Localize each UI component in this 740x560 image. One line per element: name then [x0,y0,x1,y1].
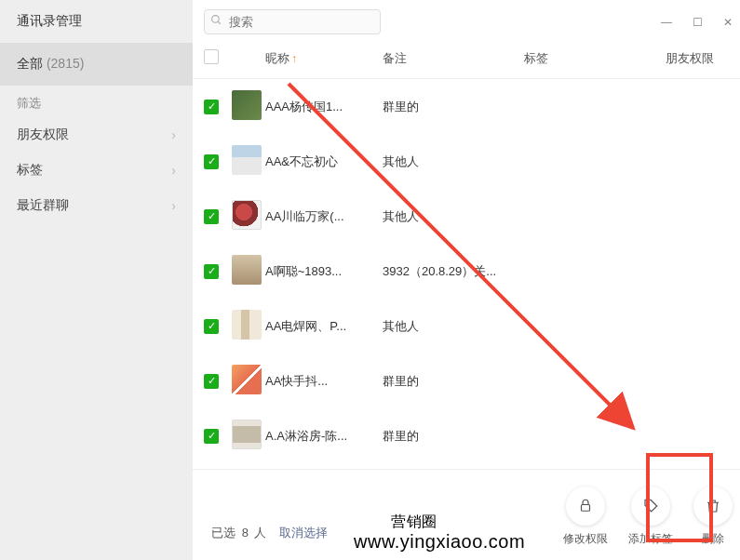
main-panel: — ☐ ✕ 昵称 ↑ 备注 标签 朋友权限 ✓ AAA杨传国1... 群里的 ✓… [193,0,740,560]
select-all-checkbox[interactable] [204,49,219,64]
selected-count: 8 [242,526,249,540]
contact-name: AA&不忘初心 [265,153,383,170]
avatar [232,145,262,175]
maximize-button[interactable]: ☐ [693,16,703,29]
contact-name: A.A淋浴房-陈... [265,428,383,445]
svg-point-0 [212,16,220,23]
sidebar-item-recent-group[interactable]: 最近群聊 › [0,188,193,223]
contact-remark: 群里的 [383,373,524,390]
contact-name: A啊聪~1893... [265,263,383,280]
contact-remark: 群里的 [383,99,524,115]
chevron-right-icon: › [171,127,176,142]
row-checkbox[interactable]: ✓ [204,264,219,279]
sidebar-item-label: 朋友权限 [17,127,69,143]
sidebar-item-label: 最近群聊 [17,197,69,214]
close-button[interactable]: ✕ [723,16,733,29]
avatar [232,200,262,230]
svg-line-1 [218,21,221,24]
action-label: 修改权限 [563,531,608,547]
table-row[interactable]: ✓ AAA杨传国1... 群里的 [193,79,740,134]
table-row[interactable]: ✓ AA电焊网、P... 其他人 [193,299,740,353]
avatar [232,420,262,449]
table-header: 昵称 ↑ 备注 标签 朋友权限 [193,42,740,79]
avatar [232,255,262,285]
column-remark[interactable]: 备注 [383,50,524,67]
avatar [232,365,262,394]
table-row[interactable]: ✓ AA快手抖... 群里的 [193,353,740,408]
contact-remark: 其他人 [383,318,524,335]
sidebar-item-permission[interactable]: 朋友权限 › [0,117,193,153]
sidebar-item-tag[interactable]: 标签 › [0,153,193,188]
avatar [232,310,262,340]
svg-point-3 [647,501,649,503]
filter-section-label: 筛选 [0,86,193,117]
row-checkbox[interactable]: ✓ [204,374,219,389]
sort-ascending-icon: ↑ [291,52,297,65]
modify-permission-button[interactable]: 修改权限 [563,487,608,547]
search-input[interactable] [204,9,381,34]
chevron-right-icon: › [171,198,176,213]
row-checkbox[interactable]: ✓ [204,319,219,334]
action-label: 添加标签 [628,531,673,547]
column-nickname[interactable]: 昵称 ↑ [265,50,383,67]
avatar [232,90,262,120]
svg-rect-2 [582,505,590,512]
delete-icon [693,487,733,526]
modify-permission-icon [566,487,605,526]
minimize-button[interactable]: — [661,16,672,29]
sidebar-item-all[interactable]: 全部 (2815) [0,43,193,86]
add-tag-button[interactable]: 添加标签 [628,487,673,547]
table-row[interactable]: ✓ A.A淋浴房-陈... 群里的 [193,408,740,463]
selection-summary: 已选 8 人 取消选择 [211,525,328,547]
column-permission[interactable]: 朋友权限 [666,50,740,67]
delete-button[interactable]: 删除 [693,487,733,547]
contact-name: AA川临万家(... [265,208,383,225]
table-row[interactable]: ✓ AA川临万家(... 其他人 [193,189,740,244]
row-checkbox[interactable]: ✓ [204,429,219,444]
table-row[interactable]: ✓ A啊聪~1893... 3932（20.8.29）关... [193,244,740,299]
all-count: (2815) [47,56,84,71]
contact-remark: 群里的 [383,428,524,445]
action-label: 删除 [702,531,724,547]
cancel-selection[interactable]: 取消选择 [279,526,328,540]
contact-name: AA电焊网、P... [265,318,383,335]
column-tag[interactable]: 标签 [524,50,666,67]
search-box [204,9,381,34]
sidebar-title: 通讯录管理 [0,0,193,43]
contact-list: ✓ AAA杨传国1... 群里的 ✓ AA&不忘初心 其他人 ✓ AA川临万家(… [193,79,740,469]
sidebar-item-label: 标签 [17,162,43,179]
window-controls: — ☐ ✕ [661,16,740,29]
row-checkbox[interactable]: ✓ [204,154,219,169]
add-tag-icon [631,487,670,526]
chevron-right-icon: › [171,163,176,178]
table-row[interactable]: ✓ AA&不忘初心 其他人 [193,134,740,189]
search-icon [210,14,222,29]
contact-name: AAA杨传国1... [265,99,383,115]
row-checkbox[interactable]: ✓ [204,100,219,114]
contact-remark: 其他人 [383,153,524,170]
contact-remark: 3932（20.8.29）关... [383,263,524,280]
contact-remark: 其他人 [383,208,524,225]
row-checkbox[interactable]: ✓ [204,209,219,224]
watermark: 营销圈 www.yingxiaoo.com [354,531,525,553]
all-label: 全部 [17,56,43,71]
contact-name: AA快手抖... [265,373,383,390]
sidebar: 通讯录管理 全部 (2815) 筛选 朋友权限 › 标签 › 最近群聊 › [0,0,193,560]
